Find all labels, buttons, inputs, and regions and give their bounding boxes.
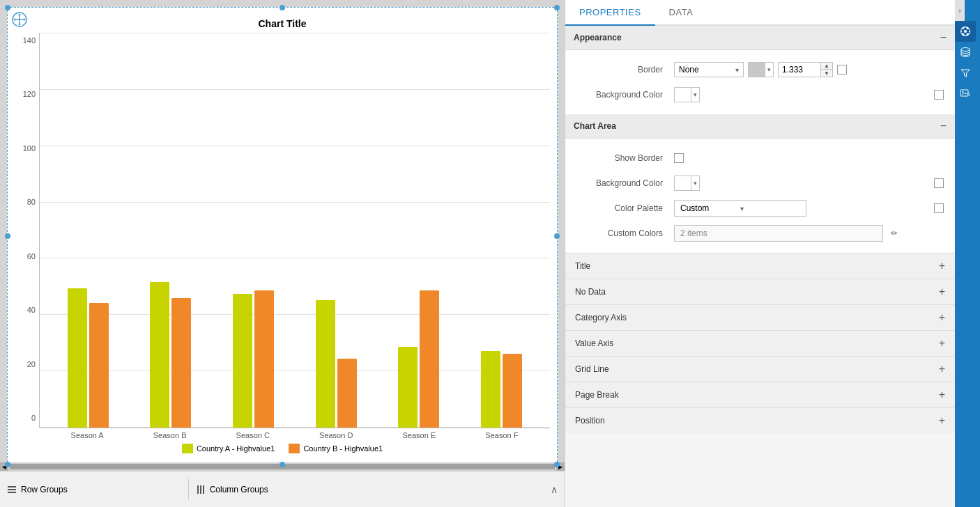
sidebar-filter-icon[interactable] bbox=[955, 63, 976, 84]
show-border-checkbox[interactable] bbox=[674, 153, 684, 163]
legend-swatch-orange bbox=[289, 444, 300, 453]
handle-top-right[interactable] bbox=[554, 5, 560, 10]
handle-bottom-mid[interactable] bbox=[280, 462, 285, 467]
border-width-field[interactable] bbox=[779, 63, 820, 77]
svg-point-13 bbox=[961, 48, 970, 52]
border-controls: None ▾ ▾ ▲ ▼ bbox=[674, 62, 944, 77]
color-palette-dropdown[interactable]: Custom ▾ bbox=[674, 200, 806, 217]
color-palette-checkbox[interactable] bbox=[934, 203, 944, 213]
handle-bottom-left[interactable] bbox=[5, 462, 10, 467]
border-color-arrow: ▾ bbox=[765, 66, 773, 73]
bar-e-green bbox=[398, 347, 418, 428]
show-border-row: Show Border bbox=[565, 146, 955, 171]
icon-sidebar: › bbox=[955, 0, 980, 507]
page-break-section[interactable]: Page Break + bbox=[565, 382, 955, 407]
border-checkbox[interactable] bbox=[837, 65, 847, 75]
sidebar-database-icon[interactable] bbox=[955, 42, 976, 63]
no-data-plus: + bbox=[939, 286, 945, 298]
custom-colors-label: Custom Colors bbox=[576, 228, 674, 238]
chart-bg-box bbox=[675, 176, 691, 190]
grid-line-plus: + bbox=[939, 363, 945, 375]
svg-point-15 bbox=[962, 91, 963, 93]
category-axis-plus: + bbox=[939, 311, 945, 324]
appearance-collapse[interactable]: − bbox=[940, 31, 947, 44]
panel-content: Appearance − Border None ▾ ▾ bbox=[565, 26, 955, 507]
bar-e-orange bbox=[420, 290, 439, 428]
bar-d-orange bbox=[337, 359, 357, 428]
bg-color-checkbox[interactable] bbox=[934, 90, 944, 100]
border-color-dropdown[interactable]: ▾ bbox=[748, 62, 774, 77]
bg-color-box bbox=[675, 88, 691, 102]
border-dropdown[interactable]: None ▾ bbox=[674, 62, 744, 77]
chart-plot: Season A Season B Season C Season D Seas… bbox=[39, 33, 550, 439]
border-value: None bbox=[679, 65, 699, 75]
grid-line-section[interactable]: Grid Line + bbox=[565, 356, 955, 382]
category-axis-section[interactable]: Category Axis + bbox=[565, 304, 955, 330]
legend-item-b: Country B - Highvalue1 bbox=[289, 444, 383, 453]
category-axis-label: Category Axis bbox=[575, 313, 627, 322]
bar-b-orange bbox=[171, 298, 191, 428]
handle-bottom-right[interactable] bbox=[554, 462, 560, 467]
bar-group-d bbox=[316, 300, 357, 428]
no-data-section[interactable]: No Data + bbox=[565, 279, 955, 304]
handle-mid-left[interactable] bbox=[5, 233, 10, 239]
bg-color-arrow: ▾ bbox=[691, 91, 699, 98]
sidebar-image-settings-icon[interactable] bbox=[955, 84, 976, 104]
collapse-sections: Title + No Data + Category Axis + Value … bbox=[565, 253, 955, 433]
bar-f-green bbox=[481, 351, 500, 428]
bg-color-dropdown[interactable]: ▾ bbox=[674, 87, 700, 102]
color-palette-value: Custom bbox=[680, 203, 740, 213]
position-plus: + bbox=[939, 414, 945, 427]
sidebar-gear-icon[interactable] bbox=[955, 21, 976, 42]
column-groups-section: Column Groups bbox=[189, 485, 377, 494]
svg-rect-12 bbox=[203, 485, 204, 494]
handle-mid-right[interactable] bbox=[554, 233, 560, 239]
bars-area bbox=[40, 33, 550, 428]
spinner-up[interactable]: ▲ bbox=[821, 63, 832, 70]
chart-bg-checkbox[interactable] bbox=[934, 178, 944, 188]
spinner-down[interactable]: ▼ bbox=[821, 70, 832, 77]
border-width-spinner[interactable]: ▲ ▼ bbox=[820, 63, 832, 77]
chart-bg-label: Background Color bbox=[576, 178, 674, 188]
page-break-label: Page Break bbox=[575, 390, 619, 400]
tab-data[interactable]: DATA bbox=[655, 0, 707, 24]
bar-group-b bbox=[150, 282, 191, 428]
tab-properties[interactable]: PROPERTIES bbox=[565, 0, 655, 26]
chart-area-label: Chart Area bbox=[574, 121, 616, 131]
custom-colors-row: Custom Colors 2 items ✏ bbox=[565, 221, 955, 246]
move-icon[interactable] bbox=[11, 11, 28, 28]
border-color-box bbox=[749, 63, 765, 77]
bar-group-f bbox=[481, 351, 522, 428]
chart-bg-controls: ▾ bbox=[674, 176, 944, 191]
color-palette-row: Color Palette Custom ▾ bbox=[565, 196, 955, 221]
chart-bg-dropdown[interactable]: ▾ bbox=[674, 176, 700, 191]
appearance-label: Appearance bbox=[574, 33, 622, 42]
collapse-bottom-icon[interactable]: ∧ bbox=[551, 484, 565, 495]
legend-item-a: Country A - Highvalue1 bbox=[182, 444, 275, 453]
value-axis-label: Value Axis bbox=[575, 338, 613, 348]
title-section[interactable]: Title + bbox=[565, 253, 955, 279]
value-axis-section[interactable]: Value Axis + bbox=[565, 330, 955, 356]
custom-colors-controls: 2 items ✏ bbox=[674, 225, 944, 242]
border-width-input[interactable]: ▲ ▼ bbox=[778, 62, 833, 77]
show-border-controls bbox=[674, 153, 944, 163]
bg-color-label: Background Color bbox=[576, 90, 674, 100]
row-groups-section: Row Groups bbox=[0, 485, 188, 494]
bar-b-green bbox=[150, 282, 169, 428]
chevron-right[interactable]: › bbox=[955, 0, 965, 21]
chart-area-collapse[interactable]: − bbox=[940, 120, 947, 132]
row-groups-icon bbox=[7, 485, 17, 494]
svg-rect-8 bbox=[8, 489, 16, 490]
bar-d-green bbox=[316, 300, 335, 428]
title-section-label: Title bbox=[575, 261, 590, 271]
chart-area: Chart Title 140 120 100 80 60 40 20 0 bbox=[0, 0, 565, 507]
color-palette-arrow: ▾ bbox=[740, 205, 800, 212]
legend-label-b: Country B - Highvalue1 bbox=[303, 444, 383, 453]
custom-colors-edit-icon[interactable]: ✏ bbox=[887, 226, 901, 240]
value-axis-plus: + bbox=[939, 337, 945, 350]
appearance-section-header: Appearance − bbox=[565, 26, 955, 50]
position-section[interactable]: Position + bbox=[565, 407, 955, 433]
handle-top-left[interactable] bbox=[5, 5, 10, 10]
handle-top-mid[interactable] bbox=[280, 5, 285, 10]
border-dropdown-arrow: ▾ bbox=[735, 66, 739, 74]
